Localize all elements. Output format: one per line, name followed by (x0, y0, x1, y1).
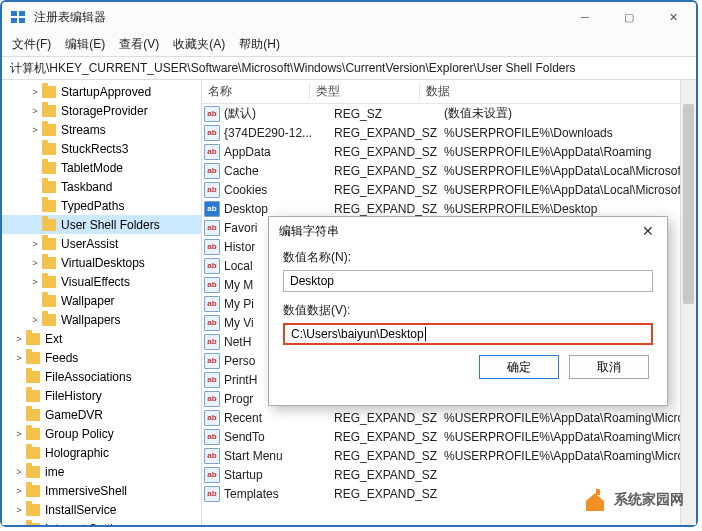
tree-item-label: StorageProvider (61, 104, 148, 118)
list-row[interactable]: abRecentREG_EXPAND_SZ%USERPROFILE%\AppDa… (202, 408, 696, 427)
cell-name: (默认) (224, 105, 328, 122)
close-button[interactable]: ✕ (658, 6, 688, 28)
menu-help[interactable]: 帮助(H) (239, 36, 280, 53)
cell-name: Recent (224, 411, 328, 425)
menu-view[interactable]: 查看(V) (119, 36, 159, 53)
ok-button[interactable]: 确定 (479, 355, 559, 379)
chevron-icon[interactable]: > (14, 334, 24, 344)
tree-item[interactable]: >UserAssist (2, 234, 201, 253)
tree-item-label: User Shell Folders (61, 218, 160, 232)
chevron-icon[interactable]: > (30, 239, 40, 249)
cell-type: REG_EXPAND_SZ (328, 183, 438, 197)
value-icon: ab (204, 296, 220, 312)
folder-icon (26, 485, 40, 497)
list-header: 名称 类型 数据 (202, 80, 696, 104)
value-icon: ab (204, 391, 220, 407)
chevron-icon[interactable]: > (14, 486, 24, 496)
value-data-input[interactable]: C:\Users\baiyun\Desktop (283, 323, 653, 345)
chevron-icon[interactable]: > (14, 467, 24, 477)
list-row[interactable]: ab(默认)REG_SZ(数值未设置) (202, 104, 696, 123)
list-row[interactable]: abCookiesREG_EXPAND_SZ%USERPROFILE%\AppD… (202, 180, 696, 199)
tree-item[interactable]: >StorageProvider (2, 101, 201, 120)
folder-icon (42, 124, 56, 136)
chevron-icon[interactable]: > (30, 106, 40, 116)
cell-name: Desktop (224, 202, 328, 216)
chevron-icon[interactable]: > (14, 429, 24, 439)
tree-item[interactable]: GameDVR (2, 405, 201, 424)
tree-item[interactable]: >VisualEffects (2, 272, 201, 291)
value-icon: ab (204, 334, 220, 350)
tree-item[interactable]: TypedPaths (2, 196, 201, 215)
tree-item-label: TabletMode (61, 161, 123, 175)
chevron-icon[interactable]: > (30, 277, 40, 287)
tree-item-label: Internet Settings (45, 522, 132, 526)
chevron-icon[interactable]: > (30, 125, 40, 135)
tree-item[interactable]: >StartupApproved (2, 82, 201, 101)
tree-item[interactable]: FileAssociations (2, 367, 201, 386)
vertical-scrollbar[interactable] (680, 80, 696, 525)
list-row[interactable]: abCacheREG_EXPAND_SZ%USERPROFILE%\AppDat… (202, 161, 696, 180)
tree-item[interactable]: User Shell Folders (2, 215, 201, 234)
chevron-icon[interactable]: > (14, 505, 24, 515)
chevron-icon[interactable]: > (30, 87, 40, 97)
tree-item[interactable]: StuckRects3 (2, 139, 201, 158)
tree-item[interactable]: TabletMode (2, 158, 201, 177)
cell-type: REG_EXPAND_SZ (328, 202, 438, 216)
address-bar[interactable]: 计算机\HKEY_CURRENT_USER\Software\Microsoft… (2, 56, 696, 80)
menu-edit[interactable]: 编辑(E) (65, 36, 105, 53)
dialog-close-button[interactable]: ✕ (639, 223, 657, 239)
svg-rect-1 (19, 11, 25, 16)
tree-item[interactable]: Holographic (2, 443, 201, 462)
value-icon: ab (204, 486, 220, 502)
scrollbar-thumb[interactable] (683, 104, 694, 304)
list-row[interactable]: abSendToREG_EXPAND_SZ%USERPROFILE%\AppDa… (202, 427, 696, 446)
tree-item[interactable]: >Streams (2, 120, 201, 139)
cell-type: REG_EXPAND_SZ (328, 411, 438, 425)
list-row[interactable]: abStart MenuREG_EXPAND_SZ%USERPROFILE%\A… (202, 446, 696, 465)
cancel-button[interactable]: 取消 (569, 355, 649, 379)
list-row[interactable]: abStartupREG_EXPAND_SZ (202, 465, 696, 484)
tree-item[interactable]: >Ext (2, 329, 201, 348)
tree-item-label: Ext (45, 332, 62, 346)
column-type[interactable]: 类型 (310, 83, 420, 100)
tree-item[interactable]: >Wallpapers (2, 310, 201, 329)
tree-item[interactable]: >Group Policy (2, 424, 201, 443)
tree-item[interactable]: >ImmersiveShell (2, 481, 201, 500)
tree-item[interactable]: >Feeds (2, 348, 201, 367)
tree-item-label: ime (45, 465, 64, 479)
chevron-icon[interactable]: > (14, 353, 24, 363)
tree-item[interactable]: >ime (2, 462, 201, 481)
list-row[interactable]: abAppDataREG_EXPAND_SZ%USERPROFILE%\AppD… (202, 142, 696, 161)
tree-item-label: StuckRects3 (61, 142, 128, 156)
tree-item[interactable]: >InstallService (2, 500, 201, 519)
folder-icon (42, 276, 56, 288)
column-data[interactable]: 数据 (420, 83, 696, 100)
tree-view[interactable]: >StartupApproved>StorageProvider>Streams… (2, 80, 202, 525)
maximize-button[interactable]: ▢ (614, 6, 644, 28)
cell-name: Start Menu (224, 449, 328, 463)
cell-data: %USERPROFILE%\AppData\Local\Microsoft\..… (438, 164, 696, 178)
chevron-icon[interactable]: > (30, 315, 40, 325)
tree-item-label: TypedPaths (61, 199, 124, 213)
cell-name: SendTo (224, 430, 328, 444)
chevron-icon[interactable]: > (30, 258, 40, 268)
column-name[interactable]: 名称 (202, 83, 310, 100)
menu-file[interactable]: 文件(F) (12, 36, 51, 53)
cell-data: %USERPROFILE%\AppData\Roaming (438, 145, 696, 159)
tree-item[interactable]: >VirtualDesktops (2, 253, 201, 272)
chevron-icon[interactable]: > (14, 524, 24, 526)
tree-item[interactable]: Wallpaper (2, 291, 201, 310)
list-row[interactable]: ab{374DE290-12...REG_EXPAND_SZ%USERPROFI… (202, 123, 696, 142)
cell-data: %USERPROFILE%\AppData\Local\Microsoft\..… (438, 183, 696, 197)
folder-icon (42, 219, 56, 231)
tree-item[interactable]: Taskband (2, 177, 201, 196)
tree-item-label: VisualEffects (61, 275, 130, 289)
tree-item[interactable]: FileHistory (2, 386, 201, 405)
menu-favorites[interactable]: 收藏夹(A) (173, 36, 225, 53)
tree-item[interactable]: >Internet Settings (2, 519, 201, 525)
value-name-input[interactable]: Desktop (283, 270, 653, 292)
value-icon: ab (204, 182, 220, 198)
minimize-button[interactable]: ─ (570, 6, 600, 28)
titlebar: 注册表编辑器 ─ ▢ ✕ (2, 2, 696, 32)
value-icon: ab (204, 353, 220, 369)
